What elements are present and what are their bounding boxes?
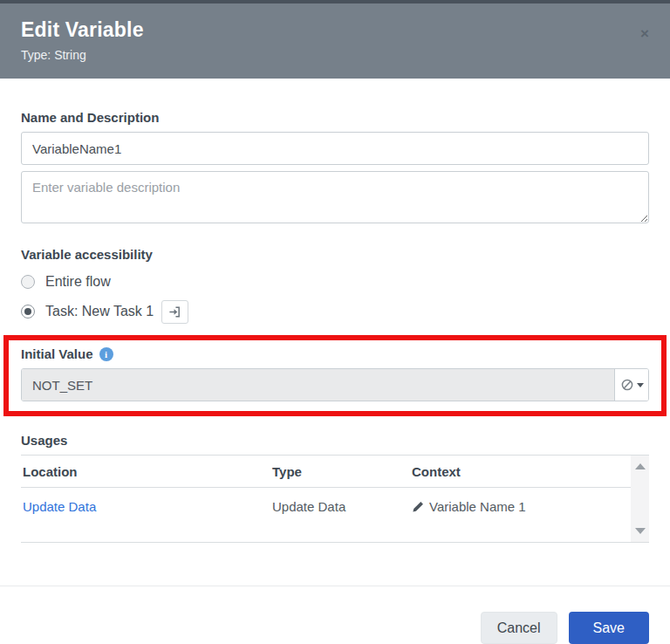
- accessibility-section: Variable accessibility Entire flow Task:…: [21, 247, 649, 321]
- name-description-label: Name and Description: [21, 110, 649, 125]
- info-icon[interactable]: i: [99, 347, 113, 361]
- column-header-location: Location: [23, 456, 272, 487]
- pencil-icon: [412, 501, 424, 513]
- cancel-button[interactable]: Cancel: [481, 612, 557, 644]
- column-header-type: Type: [272, 456, 412, 487]
- save-button[interactable]: Save: [569, 612, 649, 644]
- initial-value-dropdown-button[interactable]: [615, 369, 648, 401]
- edit-variable-dialog: Edit Variable Type: String × Name and De…: [0, 0, 670, 644]
- name-description-section: Name and Description: [21, 110, 649, 227]
- column-header-context: Context: [412, 456, 629, 487]
- usages-label: Usages: [21, 433, 649, 448]
- chevron-down-icon: [637, 383, 644, 387]
- dialog-header: Edit Variable Type: String ×: [0, 3, 670, 79]
- initial-value-input-group: [21, 368, 649, 401]
- sign-in-arrow-icon: [168, 305, 181, 319]
- dialog-footer: Cancel Save: [0, 586, 670, 644]
- usages-section: Usages Location Type Context Update Data…: [21, 433, 649, 543]
- initial-value-label: Initial Value: [21, 346, 93, 361]
- not-set-slash-circle-icon: [620, 378, 634, 392]
- table-row: Update Data Update Data Variable Name 1: [21, 488, 631, 525]
- radio-task[interactable]: [21, 305, 35, 319]
- usage-context-cell: Variable Name 1: [412, 488, 629, 525]
- go-to-task-button[interactable]: [161, 300, 188, 324]
- dialog-title: Edit Variable: [21, 18, 649, 42]
- table-scrollbar[interactable]: [631, 456, 649, 542]
- radio-task-label: Task: New Task 1: [45, 304, 154, 319]
- dialog-body: Name and Description Variable accessibil…: [0, 79, 670, 551]
- initial-value-input[interactable]: [22, 369, 615, 401]
- usage-context-text: Variable Name 1: [429, 499, 526, 514]
- accessibility-option-task: Task: New Task 1: [21, 302, 649, 321]
- dialog-subtitle: Type: String: [21, 48, 649, 62]
- accessibility-label: Variable accessibility: [21, 247, 649, 262]
- usages-table-main: Location Type Context Update Data Update…: [21, 456, 631, 542]
- initial-value-label-row: Initial Value i: [21, 346, 649, 361]
- initial-value-highlight-annotation: Initial Value i: [3, 335, 667, 416]
- scroll-down-icon[interactable]: [635, 528, 646, 534]
- usage-location-cell: Update Data: [23, 488, 272, 525]
- usages-table-header: Location Type Context: [21, 456, 631, 488]
- variable-description-textarea[interactable]: [21, 171, 649, 223]
- close-icon[interactable]: ×: [640, 26, 649, 41]
- usage-location-link[interactable]: Update Data: [23, 499, 96, 514]
- usages-table: Location Type Context Update Data Update…: [21, 455, 649, 543]
- usage-type-cell: Update Data: [272, 488, 412, 525]
- radio-entire-flow-label: Entire flow: [45, 274, 111, 290]
- accessibility-option-entire-flow: Entire flow: [21, 272, 649, 291]
- radio-entire-flow[interactable]: [21, 275, 35, 289]
- variable-name-input[interactable]: [21, 132, 649, 165]
- scroll-up-icon[interactable]: [635, 463, 646, 469]
